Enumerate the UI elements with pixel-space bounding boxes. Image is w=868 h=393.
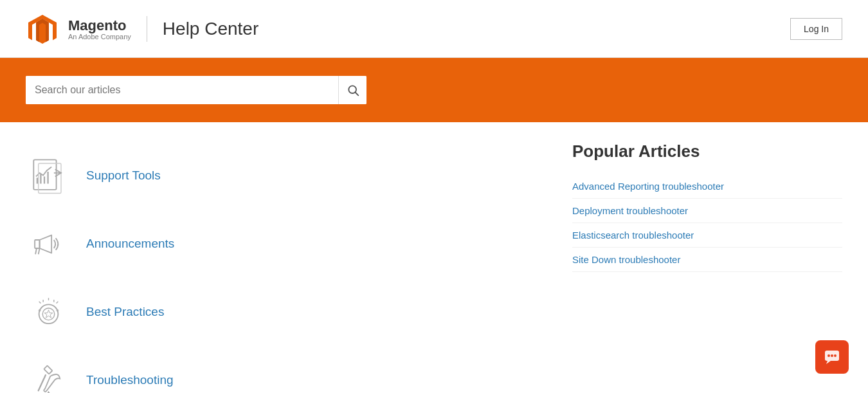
svg-line-21 (56, 301, 58, 303)
svg-rect-25 (44, 365, 52, 374)
svg-point-33 (834, 354, 836, 357)
header: Magento An Adobe Company Help Center Log… (0, 0, 868, 58)
svg-line-19 (39, 301, 41, 303)
best-practices-icon (26, 289, 71, 334)
search-input[interactable] (26, 76, 338, 104)
chat-icon (823, 348, 841, 366)
troubleshooting-label: Troubleshooting (86, 373, 174, 387)
article-elasticsearch[interactable]: Elasticsearch troubleshooter (572, 223, 842, 248)
magento-logo-icon (26, 12, 59, 46)
svg-point-15 (39, 304, 58, 324)
svg-line-4 (355, 93, 358, 96)
category-announcements[interactable]: Announcements (26, 210, 534, 278)
announcements-icon (26, 221, 71, 266)
best-practices-label: Best Practices (86, 305, 164, 319)
svg-point-31 (827, 354, 830, 357)
chat-button[interactable] (815, 340, 849, 374)
support-tools-icon (26, 153, 71, 198)
popular-articles: Popular Articles Advanced Reporting trou… (572, 135, 842, 393)
categories: Support Tools Announcements (26, 135, 534, 393)
category-troubleshooting[interactable]: Troubleshooting (26, 346, 534, 393)
site-title: Help Center (163, 19, 258, 39)
support-tools-label: Support Tools (86, 169, 161, 183)
logo-divider (147, 16, 147, 42)
brand-sub: An Adobe Company (68, 33, 131, 41)
svg-marker-17 (44, 309, 53, 317)
logo-area: Magento An Adobe Company Help Center (26, 12, 258, 46)
svg-line-26 (38, 375, 45, 390)
login-button[interactable]: Log In (790, 18, 842, 40)
troubleshooting-icon (26, 358, 71, 393)
main-content: Support Tools Announcements (0, 122, 868, 393)
category-support-tools[interactable]: Support Tools (26, 142, 534, 210)
article-deployment[interactable]: Deployment troubleshooter (572, 199, 842, 223)
brand-name: Magento (68, 17, 131, 34)
article-site-down[interactable]: Site Down troubleshooter (572, 248, 842, 272)
category-best-practices[interactable]: Best Practices (26, 278, 534, 346)
announcements-label: Announcements (86, 237, 174, 251)
brand-name-area: Magento An Adobe Company (68, 17, 131, 41)
search-input-wrapper (26, 76, 366, 104)
search-bar (0, 58, 868, 122)
svg-line-13 (35, 248, 37, 254)
svg-line-14 (38, 248, 39, 254)
search-button[interactable] (338, 76, 366, 104)
svg-rect-12 (35, 240, 39, 248)
search-icon (347, 84, 359, 96)
article-advanced-reporting[interactable]: Advanced Reporting troubleshooter (572, 174, 842, 199)
svg-point-32 (831, 354, 833, 357)
popular-articles-title: Popular Articles (572, 142, 842, 161)
